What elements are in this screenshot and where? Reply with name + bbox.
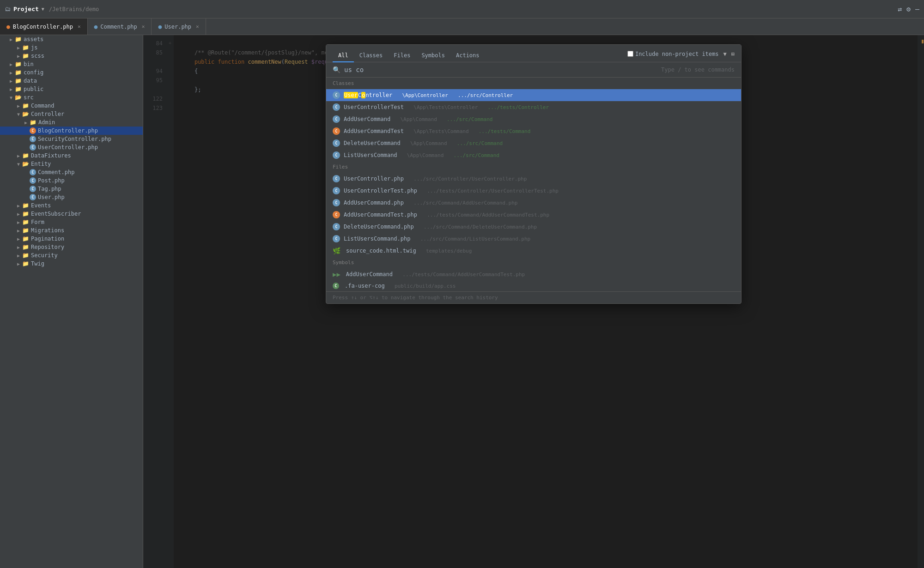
result-path2-addusercommandtest: .../tests/Command <box>473 128 531 134</box>
result-name-addusercommand: AddUserCommand <box>344 116 390 122</box>
sidebar-label-blogcontroller: BlogController.php <box>38 127 98 134</box>
sidebar-item-entity[interactable]: ▼ 📂 Entity <box>0 160 143 168</box>
sidebar-item-form[interactable]: ▶ 📁 Form <box>0 218 143 226</box>
result-name-file-listuserscommand: ListUsersCommand.php <box>344 236 411 242</box>
sidebar-item-repository[interactable]: ▶ 📁 Repository <box>0 243 143 251</box>
search-tab-classes[interactable]: Classes <box>354 49 389 62</box>
sidebar-item-bin[interactable]: ▶ 📁 bin <box>0 60 143 68</box>
sidebar-item-security[interactable]: ▶ 📁 Security <box>0 251 143 260</box>
sidebar-label-scss: scss <box>31 53 44 59</box>
sidebar-item-config[interactable]: ▶ 📁 config <box>0 68 143 77</box>
sidebar-item-js[interactable]: ▶ 📁 js <box>0 43 143 52</box>
result-addusercommand[interactable]: C AddUserCommand \App\Command .../src/Co… <box>326 113 741 125</box>
sidebar-item-eventsubscriber[interactable]: ▶ 📁 EventSubscriber <box>0 210 143 218</box>
result-symbol-fausercog[interactable]: C .fa-user-cog public/build/app.css <box>326 280 741 291</box>
search-tab-all[interactable]: All <box>333 49 354 62</box>
include-nonproject-checkbox[interactable]: Include non-project items <box>627 51 719 57</box>
settings-icon[interactable]: ⚙ <box>906 5 911 13</box>
tab-comment[interactable]: ● Comment.php ✕ <box>88 18 152 35</box>
search-tab-symbols[interactable]: Symbols <box>416 49 450 62</box>
result-symbol-addusercommand[interactable]: ▶▶ AddUserCommand .../tests/Command/AddU… <box>326 268 741 280</box>
titlebar: 🗂 Project ▼ /JetBrains/demo ⇄ ⚙ — <box>0 0 924 18</box>
sidebar-item-datafixtures[interactable]: ▶ 📁 DataFixtures <box>0 151 143 160</box>
tab-blogcontroller[interactable]: ● BlogController.php ✕ <box>0 18 88 35</box>
expand-arrow: ▶ <box>15 228 22 233</box>
layout-icon[interactable]: ⇄ <box>898 5 902 13</box>
result-file-addusercommandtest[interactable]: C AddUserCommandTest.php .../tests/Comma… <box>326 209 741 221</box>
sidebar-item-migrations[interactable]: ▶ 📁 Migrations <box>0 226 143 235</box>
php-icon-post: C <box>30 177 36 184</box>
result-file-deleteusercommand[interactable]: C DeleteUserCommand.php .../src/Command/… <box>326 221 741 233</box>
sidebar-label-command: Command <box>31 103 55 109</box>
search-popup: All Classes Files Symbols Actions Includ… <box>326 44 742 304</box>
tab-label-blog: BlogController.php <box>13 24 73 30</box>
result-listuserscommand[interactable]: C ListUsersCommand \App\Command .../src/… <box>326 149 741 161</box>
sidebar: ▶ 📁 assets ▶ 📁 js ▶ 📁 scss ▶ 📁 bin ▶ 📁 c… <box>0 35 143 568</box>
expand-arrow: ▶ <box>15 45 22 50</box>
result-path-file-addusercommandtest: .../tests/Command/AddUserCommandTest.php <box>421 212 549 218</box>
sidebar-item-post[interactable]: C Post.php <box>0 176 143 185</box>
include-nonproject-input[interactable] <box>627 51 633 57</box>
result-file-usercontrollertest[interactable]: C UserControllerTest.php .../tests/Contr… <box>326 185 741 197</box>
sidebar-item-twig[interactable]: ▶ 📁 Twig <box>0 260 143 268</box>
expand-arrow: ▶ <box>15 54 22 59</box>
sidebar-item-assets[interactable]: ▶ 📁 assets <box>0 35 143 43</box>
sidebar-item-command[interactable]: ▶ 📁 Command <box>0 102 143 110</box>
php-icon-security: C <box>30 136 36 142</box>
tab-user[interactable]: ● User.php ✕ <box>152 18 206 35</box>
sidebar-item-tag[interactable]: C Tag.php <box>0 185 143 193</box>
sidebar-item-user[interactable]: C User.php <box>0 193 143 201</box>
sidebar-item-public[interactable]: ▶ 📁 public <box>0 85 143 93</box>
result-addusercommandtest[interactable]: C AddUserCommandTest \App\Tests\Command … <box>326 125 741 137</box>
result-deleteusercommand[interactable]: C DeleteUserCommand \App\Command .../src… <box>326 137 741 149</box>
result-name-file-usercontrollertest: UserControllerTest.php <box>344 187 417 194</box>
sidebar-label-tag: Tag.php <box>38 186 61 192</box>
search-hint: Type / to see commands <box>661 66 735 73</box>
folder-icon-form: 📁 <box>22 219 29 225</box>
tab-close-blog[interactable]: ✕ <box>78 24 81 30</box>
sidebar-label-js: js <box>31 44 37 51</box>
class-icon-orange: C <box>333 127 340 135</box>
sidebar-label-assets: assets <box>24 36 43 42</box>
tab-php-icon: ● <box>6 23 10 30</box>
search-input-row: 🔍 Type / to see commands <box>326 62 741 78</box>
results-area[interactable]: Classes C UserController \App\Controller… <box>326 78 741 291</box>
sidebar-item-usercontroller[interactable]: C UserController.php <box>0 143 143 151</box>
sidebar-item-comment[interactable]: C Comment.php <box>0 168 143 176</box>
result-path-listuserscommand: \App\Command <box>401 152 444 158</box>
result-file-usercontroller[interactable]: C UserController.php .../src/Controller/… <box>326 173 741 185</box>
result-file-listuserscommand[interactable]: C ListUsersCommand.php .../src/Command/L… <box>326 233 741 245</box>
filter-icon[interactable]: ▼ <box>723 51 727 57</box>
tab-php-icon-comment: ● <box>94 23 98 30</box>
sidebar-item-securitycontroller[interactable]: C SecurityController.php <box>0 135 143 143</box>
result-name-usercontroller: UserController <box>344 92 392 98</box>
result-path-deleteusercommand: \App\Command <box>404 140 447 146</box>
sidebar-item-data[interactable]: ▶ 📁 data <box>0 77 143 85</box>
sidebar-item-src[interactable]: ▼ 📂 src <box>0 93 143 102</box>
tab-close-comment[interactable]: ✕ <box>142 24 145 30</box>
search-input[interactable] <box>344 66 657 73</box>
sidebar-item-pagination[interactable]: ▶ 📁 Pagination <box>0 235 143 243</box>
result-file-sourcecode[interactable]: 🌿 source_code.html.twig templates/debug <box>326 245 741 257</box>
result-usercontrollertest[interactable]: C UserControllerTest \App\Tests\Controll… <box>326 101 741 113</box>
dropdown-icon[interactable]: ▼ <box>42 6 44 12</box>
sidebar-item-events[interactable]: ▶ 📁 Events <box>0 201 143 210</box>
file-icon: C <box>333 187 340 194</box>
folder-icon-data: 📁 <box>15 78 22 84</box>
sidebar-item-scss[interactable]: ▶ 📁 scss <box>0 52 143 60</box>
section-header-classes: Classes <box>326 78 741 89</box>
result-name-file-sourcecode: source_code.html.twig <box>346 248 416 254</box>
search-tab-files[interactable]: Files <box>388 49 416 62</box>
tab-close-user[interactable]: ✕ <box>196 24 199 30</box>
minimize-icon[interactable]: — <box>915 5 919 13</box>
sidebar-item-admin[interactable]: ▶ 📁 Admin <box>0 118 143 127</box>
sidebar-item-blogcontroller[interactable]: C BlogController.php <box>0 127 143 135</box>
layout-toggle-icon[interactable]: ⊞ <box>731 51 735 57</box>
sidebar-item-controller[interactable]: ▼ 📂 Controller <box>0 110 143 118</box>
search-tab-actions[interactable]: Actions <box>450 49 485 62</box>
php-icon-usercontroller: C <box>30 144 36 151</box>
result-name-file-addusercommandtest: AddUserCommandTest.php <box>344 211 417 218</box>
result-file-addusercommand[interactable]: C AddUserCommand.php .../src/Command/Add… <box>326 197 741 209</box>
sidebar-label-events: Events <box>31 202 51 209</box>
result-usercontroller[interactable]: C UserController \App\Controller .../src… <box>326 89 741 101</box>
